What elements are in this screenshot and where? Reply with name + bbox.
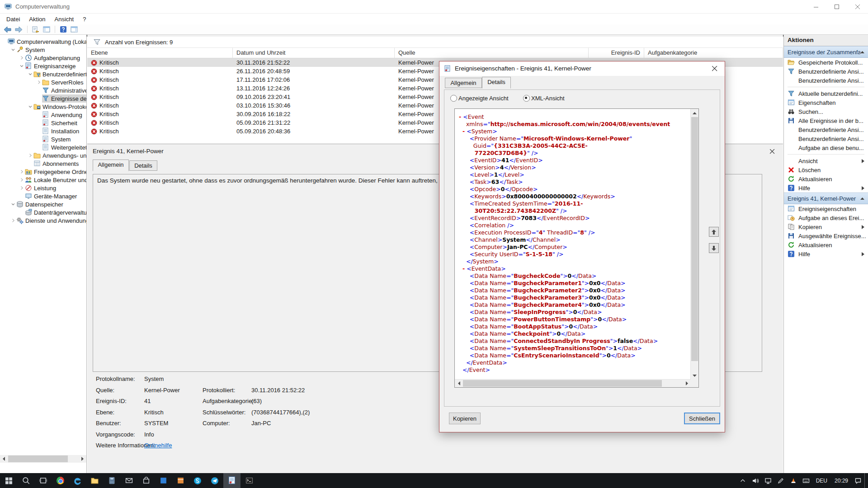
show-desktop-button[interactable]: [864, 473, 868, 488]
action-item-hilfe[interactable]: Hilfe: [784, 249, 868, 258]
network-icon[interactable]: [762, 473, 774, 488]
actions-section-header-ereignis-41-kernel-power[interactable]: Ereignis 41, Kernel-Power: [784, 192, 868, 204]
app-orange-icon[interactable]: [172, 473, 189, 488]
telegram-icon[interactable]: [206, 473, 223, 488]
close-dialog-button[interactable]: Schließen: [684, 413, 720, 424]
actions-section-header-ereignisse-der-zusammenfa[interactable]: Ereignisse der Zusammenfa...: [784, 46, 868, 58]
action-item-kopieren[interactable]: Kopieren: [784, 222, 868, 231]
radio-xml-ansicht[interactable]: [523, 95, 530, 102]
minimize-button[interactable]: [806, 0, 826, 14]
skype-icon[interactable]: [189, 473, 206, 488]
column-header-aufgabenkategorie[interactable]: Aufgabenkategorie: [644, 48, 783, 58]
pen-icon[interactable]: [774, 473, 787, 488]
scroll-right-icon[interactable]: [683, 380, 691, 387]
action-item-l-schen[interactable]: Löschen: [784, 165, 868, 174]
column-header-quelle[interactable]: Quelle: [395, 48, 589, 58]
collapse-icon[interactable]: [860, 51, 864, 53]
menu-item-datei[interactable]: Datei: [2, 14, 24, 24]
tree-item-dienste-und-anwendungen[interactable]: Dienste und Anwendungen: [0, 216, 86, 225]
tree-item-administrative-ereignisse[interactable]: Administrative Ereignisse: [0, 86, 86, 94]
preview-close-icon[interactable]: [768, 147, 777, 156]
scrollbar-thumb[interactable]: [691, 117, 698, 361]
action-item-aufgabe-an-diese-benu[interactable]: Aufgabe an diese benu...: [784, 143, 868, 152]
tree-item-ger-te-manager[interactable]: Geräte-Manager: [0, 192, 86, 200]
scroll-left-icon[interactable]: [0, 455, 8, 463]
task-view-icon[interactable]: [34, 473, 52, 488]
taskbar-clock[interactable]: 20:29: [831, 478, 852, 484]
action-item-aktualisieren[interactable]: Aktualisieren: [784, 240, 868, 249]
back-icon[interactable]: [4, 26, 11, 33]
scroll-left-icon[interactable]: [455, 380, 462, 387]
tree-item-system[interactable]: System: [0, 135, 86, 143]
expanded-icon[interactable]: [9, 201, 16, 207]
tree-item-leistung[interactable]: Leistung: [0, 184, 86, 192]
action-item-benutzerdefinierte-ansi[interactable]: Benutzerdefinierte Ansi...: [784, 67, 868, 76]
xml-vertical-scrollbar[interactable]: [690, 109, 698, 380]
forward-icon[interactable]: [15, 26, 23, 33]
app-blue-icon[interactable]: [155, 473, 172, 488]
mail-icon[interactable]: [120, 473, 137, 488]
event-viewer-icon[interactable]: [223, 473, 241, 488]
action-item-ansicht[interactable]: Ansicht: [784, 156, 868, 165]
column-header-datum-und-uhrzeit[interactable]: Datum und Uhrzeit: [233, 48, 395, 58]
panel-icon[interactable]: [43, 26, 50, 33]
column-header-ereignis-id[interactable]: Ereignis-ID: [589, 48, 644, 58]
action-item-aktualisieren[interactable]: Aktualisieren: [784, 174, 868, 183]
touch-keyboard-icon[interactable]: [800, 473, 812, 488]
tree-item-serverroles[interactable]: ServerRoles: [0, 78, 86, 86]
dialog-close-icon[interactable]: [704, 61, 725, 75]
scroll-up-icon[interactable]: [691, 109, 698, 117]
action-item-benutzerdefinierte-ansi[interactable]: Benutzerdefinierte Ansi...: [784, 76, 868, 85]
tree-item-computerverwaltung-lokal[interactable]: Computerverwaltung (Lokal): [0, 38, 86, 46]
tree-item-windows-protokolle[interactable]: Windows-Protokolle: [0, 103, 86, 111]
expanded-icon[interactable]: [27, 103, 33, 110]
collapsed-icon[interactable]: [9, 217, 16, 224]
collapse-icon[interactable]: [860, 197, 864, 200]
action-item-benutzerdefinierte-ansi[interactable]: Benutzerdefinierte Ansi...: [784, 134, 868, 143]
xml-horizontal-scrollbar[interactable]: [455, 379, 691, 387]
expanded-icon[interactable]: [18, 63, 25, 69]
preview-tab-details[interactable]: Details: [129, 160, 157, 171]
scrollbar-thumb[interactable]: [463, 380, 662, 387]
tree-item-datenspeicher[interactable]: Datenspeicher: [0, 200, 86, 208]
dialog-tab-details[interactable]: Details: [482, 77, 511, 89]
terminal-icon[interactable]: [241, 473, 258, 488]
search-icon[interactable]: [17, 473, 34, 488]
action-item-aktuelle-benutzerdefini[interactable]: Aktuelle benutzerdefini...: [784, 89, 868, 98]
expanded-icon[interactable]: [27, 71, 33, 77]
file-explorer-icon[interactable]: [86, 473, 103, 488]
action-item-ausgew-hlte-ereignisse[interactable]: Ausgewählte Ereignisse...: [784, 231, 868, 240]
export-list-icon[interactable]: [32, 26, 39, 33]
action-item-eigenschaften[interactable]: Eigenschaften: [784, 98, 868, 107]
action-item-alle-ereignisse-in-der-b[interactable]: Alle Ereignisse in der b...: [784, 116, 868, 125]
close-button[interactable]: [847, 0, 868, 14]
volume-icon[interactable]: [749, 473, 762, 488]
chevron-up-icon[interactable]: [736, 473, 749, 488]
edge-icon[interactable]: [69, 473, 86, 488]
tree-item-ereignisanzeige[interactable]: Ereignisanzeige: [0, 62, 86, 70]
action-item-gespeicherte-protokoll[interactable]: Gespeicherte Protokoll...: [784, 58, 868, 67]
radio-angezeigte-ansicht[interactable]: [450, 95, 457, 102]
scroll-down-icon[interactable]: [691, 372, 698, 380]
previous-event-button[interactable]: [709, 227, 719, 237]
tree-item-anwendungs-und-dienstprotokolle[interactable]: Anwendungs- und Dienstprotokolle: [0, 151, 86, 160]
collapsed-icon[interactable]: [18, 55, 25, 61]
copy-button[interactable]: Kopieren: [449, 413, 481, 424]
action-item-ereigniseigenschaften[interactable]: Ereigniseigenschaften: [784, 204, 868, 213]
collapsed-icon[interactable]: [18, 169, 25, 175]
dialog-tab-allgemein[interactable]: Allgemein: [445, 78, 482, 88]
tree-item-weitergeleitete-ereignisse[interactable]: Weitergeleitete Ereignisse: [0, 143, 86, 151]
tree-item-abonnements[interactable]: Abonnements: [0, 160, 86, 168]
start-icon[interactable]: [0, 473, 17, 488]
menu-item-aktion[interactable]: Aktion: [24, 14, 50, 24]
language-indicator[interactable]: DEU: [812, 478, 831, 484]
collapsed-icon[interactable]: [18, 185, 25, 191]
tree-item-anwendung[interactable]: Anwendung: [0, 111, 86, 119]
tree-item-system[interactable]: System: [0, 46, 86, 54]
vlc-icon[interactable]: [787, 473, 800, 488]
action-item-aufgabe-an-dieses-erei[interactable]: Aufgabe an dieses Erei...: [784, 213, 868, 222]
next-event-button[interactable]: [709, 243, 719, 253]
menu-item-ansicht[interactable]: Ansicht: [50, 14, 79, 24]
tree-horizontal-scrollbar[interactable]: [0, 455, 86, 463]
tree-item-benutzerdefinierte-ansichten[interactable]: Benutzerdefinierte Ansichten: [0, 70, 86, 78]
